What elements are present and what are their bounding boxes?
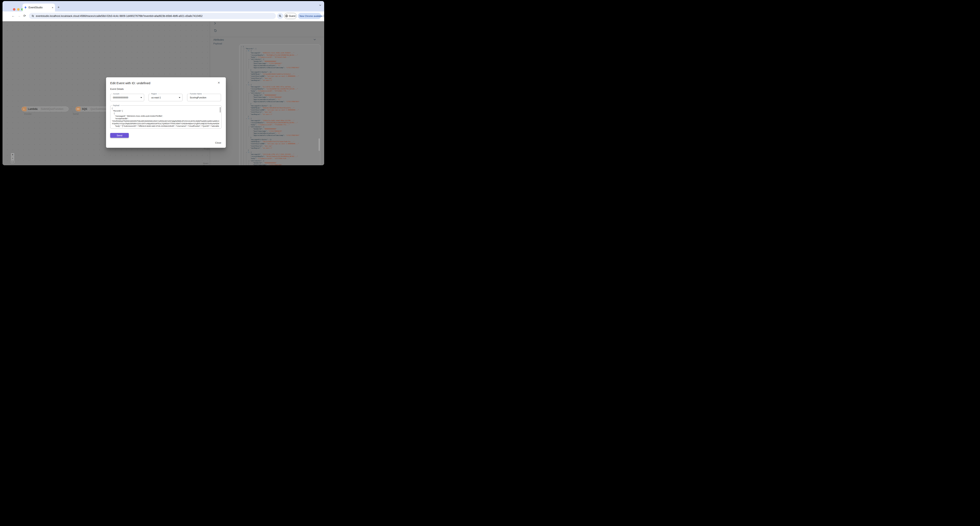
payload-section-label: Payload [213,42,222,45]
profile-button[interactable]: Guest [284,13,297,19]
payload-line: "messageId": "65032221-5111-443b-a1d4-91… [112,115,219,117]
expand-chevron-icon[interactable]: v [246,151,248,153]
payload-json-viewer[interactable]: v{v"Records": [v0: {"messageId": "650322… [239,45,320,165]
expand-chevron-icon[interactable]: v [248,126,250,128]
json-tree-line: "messageAttributes": {} [241,105,320,107]
expand-chevron-icon[interactable]: v [246,117,248,120]
address-bar[interactable]: eventstudio.localhost.localstack.cloud:4… [29,13,276,19]
zoom-in-button[interactable]: + [11,153,14,156]
function-name-label: Function Name [189,93,203,95]
payload-field-label: Payload [112,105,120,107]
json-tree-line: "eventSource": "aws:sqs" [241,145,320,147]
expand-chevron-icon[interactable]: v [246,84,248,86]
attributes-section-header[interactable]: Attributes [213,38,224,41]
json-tree-line: "receiptHandle": "Zjk1NjNkMWYtNzJiNi00ZT… [241,88,320,90]
json-tree-line: v{ [241,46,320,48]
json-tree-line: "messageId": "bccc0742-5cd8-4982-971e-dd… [241,86,320,88]
back-button[interactable]: ← [12,14,15,18]
payload-lines: { "Records": [ { "messageId": "65032221-… [112,107,219,128]
node-lambda-submitquizfunction[interactable]: λ Lambda SubmitQuizFunction [21,107,68,112]
json-tree-line: "body": "{"SubmissionID": "f7e4459d-ffe.… [241,124,320,126]
sqs-icon [76,107,80,111]
traffic-light-minimize[interactable] [17,8,19,11]
json-tree-line: "ApproximateReceiveCount": "1" [241,65,320,67]
json-tree-line: "ApproximateReceiveCount": "1" [241,99,320,100]
expand-chevron-icon[interactable]: v [243,48,245,50]
json-tree-line: "SenderId": "000000000000" [241,128,320,130]
collapse-panel-button[interactable] [214,22,216,25]
account-value: 000000000000 [110,94,144,101]
reload-button[interactable]: ⟳ [23,14,26,18]
expand-chevron-icon[interactable]: v [241,46,243,48]
json-tree-line: "md5OfBody": "0b6e9ef385d0507d5f46e4f62a… [241,107,320,109]
json-tree-line: "body": "{"SubmissionID": "6ffdcbc5-8e8.… [241,56,320,58]
lambda-icon: λ [22,107,27,111]
traffic-light-close[interactable] [13,8,16,11]
expand-chevron-icon[interactable]: v [248,58,250,60]
zoom-out-magnifier-icon [279,14,282,18]
node-type-label: Lambda [27,108,39,110]
person-icon [285,14,288,17]
zoom-out-button[interactable]: − [11,156,14,160]
profile-label: Guest [289,14,296,18]
close-button[interactable]: Close [215,142,221,144]
chrome-update-label: New Chrome available [299,15,323,17]
json-tree-line: "SentTimestamp": "1732179984467" [241,62,320,65]
json-scrollbar-thumb[interactable] [319,139,320,151]
svg-text:λ: λ [23,108,25,110]
expand-chevron-icon[interactable]: v [248,159,250,162]
json-tree-line: "receiptHandle": "OGZhNWIyZTktZWI1MS00NT… [241,54,320,56]
send-button[interactable]: Send [110,133,129,138]
expand-chevron-icon[interactable]: v [246,50,248,52]
json-tree-line: } [241,115,320,118]
json-tree-line: "awsRegion": "us-east-1" [241,113,320,115]
json-tree-line: v"attributes": { [241,92,320,94]
dialog-close-icon[interactable]: ✕ [218,81,220,84]
payload-scrollbar-thumb[interactable] [220,107,221,113]
chrome-update-button[interactable]: New Chrome available [298,13,321,19]
payload-line: "OGZhNWIyZTktZWI1MS00NTNkLWEzMzktNWU4NGY… [112,120,219,122]
canvas-controls: + − [11,153,14,163]
json-tree-line: "messageAttributes": {} [241,71,320,73]
new-tab-button[interactable]: + [57,5,60,10]
payload-textarea[interactable]: Payload { "Records": [ { "messageId": "6… [110,105,221,129]
json-tree-line: "SenderId": "000000000000" [241,61,320,62]
json-tree-line: "awsRegion": "us-east-1" [241,80,320,81]
json-tree-line: v1: { [241,84,320,86]
json-tree-line: v"attributes": { [241,58,320,61]
browser-window: EventStudio × + ← → ⟳ [3,1,324,165]
region-select[interactable]: Region us-east-1 [148,94,183,101]
region-value: us-east-1 [149,94,182,101]
payload-line: { [112,107,219,110]
json-tree-line: "receiptHandle": "OGJmYTAwMzUtZGY2Ni00OG… [241,155,320,158]
fit-view-button[interactable] [11,160,14,163]
function-name-value: ScoringFunction [187,94,221,101]
menu-kebab-icon[interactable] [323,15,324,17]
function-name-input[interactable]: Function Name ScoringFunction [187,94,221,101]
zoom-indicator-button[interactable] [277,13,283,19]
screen: EventStudio × + ← → ⟳ [0,0,327,175]
tab-eventstudio[interactable]: EventStudio × [22,3,55,11]
attributes-collapse-chevron-icon[interactable] [313,39,316,40]
site-settings-icon[interactable] [32,14,34,17]
dialog-title: Edit Event with ID: undefined [110,81,150,85]
tab-close-icon[interactable]: × [52,6,53,9]
reactflow-attribution: React Flow [203,162,210,165]
json-tree-line: "SenderId": "000000000000" [241,162,320,164]
json-tree-line: "eventSource": "aws:sqs" [241,77,320,80]
url-text: eventstudio.localhost.localstack.cloud:4… [36,14,202,18]
account-select[interactable]: Account 000000000000 [110,94,144,101]
payload-line: XVpelN1Ym1pc3Npb25RdWV1ZSA2NTAzMjIyMS01M… [112,122,219,125]
replay-event-button[interactable] [214,29,217,32]
forward-button[interactable]: → [18,14,21,18]
json-tree-line: v2: { [241,118,320,120]
json-tree-line: } [241,149,320,151]
tab-strip: EventStudio × + [3,1,324,11]
tab-search-chevron-icon[interactable] [319,4,321,6]
json-tree-line: "SentTimestamp": "1732179984689" [241,96,320,98]
json-tree-line: } [241,69,320,71]
json-tree-line: "md5OfBody": "39c2f2d487374f275716de75a0… [241,141,320,143]
payload-line: { [112,112,219,115]
payload-line: "receiptHandle": [112,117,219,120]
expand-chevron-icon[interactable]: v [248,92,250,94]
